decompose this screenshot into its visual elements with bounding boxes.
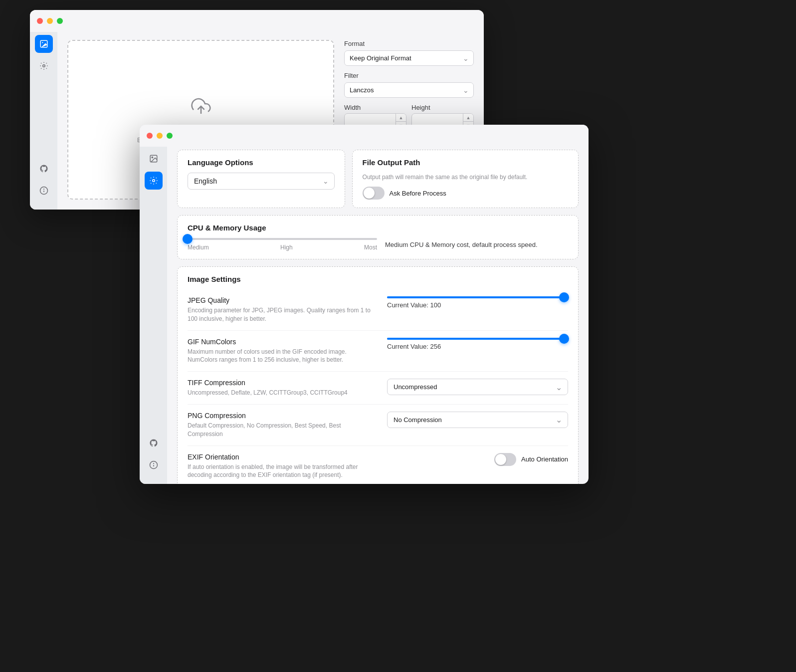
file-output-desc: Output path will remain the same as the … [363, 173, 568, 182]
exif-orientation-name: EXIF Orientation [188, 453, 377, 461]
gif-numcolors-slider-wrapper [387, 338, 568, 340]
filter-field-group: Filter Lanczos Bilinear Bicubic Nearest [344, 72, 474, 98]
sidebar-front [140, 125, 167, 484]
window-front: Language Options English Chinese Simplif… [140, 125, 589, 484]
cpu-section: CPU & Memory Usage Medium High Most Medi… [177, 215, 579, 259]
exif-orientation-toggle[interactable] [494, 453, 516, 466]
file-output-section: File Output Path Output path will remain… [352, 150, 579, 208]
cpu-slider-thumb[interactable] [183, 234, 193, 244]
jpeg-quality-row: JPEG Quality Encoding parameter for JPG,… [188, 289, 568, 331]
exif-toggle-knob [495, 454, 506, 465]
format-field-group: Format Keep Original Format PNG JPG TIFF… [344, 40, 474, 66]
language-title: Language Options [188, 158, 335, 167]
svg-point-9 [152, 180, 155, 182]
exif-toggle-row: Auto Orientation [494, 453, 568, 466]
minimize-button[interactable] [47, 18, 53, 24]
tiff-compression-row: TIFF Compression Uncompressed, Deflate, … [188, 372, 568, 405]
jpeg-quality-slider-wrapper [387, 296, 568, 298]
gif-numcolors-row: GIF NumColors Maximum number of colors u… [188, 331, 568, 372]
jpeg-quality-slider[interactable] [387, 296, 568, 298]
upload-icon [191, 96, 211, 120]
format-select[interactable]: Keep Original Format PNG JPG TIFF WebP [344, 50, 474, 66]
cpu-slider-area: Medium High Most [188, 238, 377, 251]
cpu-slider-labels: Medium High Most [188, 244, 377, 251]
language-file-row: Language Options English Chinese Simplif… [177, 150, 579, 208]
cpu-title: CPU & Memory Usage [188, 224, 568, 232]
png-compression-desc: Default Compression, No Compression, Bes… [188, 422, 377, 439]
settings-content: Language Options English Chinese Simplif… [167, 125, 589, 484]
sidebar-item-settings[interactable] [35, 57, 53, 75]
gif-numcolors-fill [387, 338, 568, 340]
ask-before-process-toggle[interactable] [363, 187, 385, 200]
tiff-select-wrapper: Uncompressed Deflate LZW CCITTGroup3 CCI… [387, 379, 568, 395]
gif-current-value: Current Value: 256 [387, 343, 441, 350]
exif-orientation-control: Auto Orientation [387, 453, 568, 466]
sidebar-back [30, 10, 57, 210]
exif-orientation-label: Auto Orientation [521, 455, 568, 463]
cpu-slider-wrapper: Medium High Most Medium CPU & Memory cos… [188, 238, 568, 251]
filter-select-wrapper: Lanczos Bilinear Bicubic Nearest [344, 82, 474, 98]
gif-numcolors-thumb[interactable] [559, 334, 569, 344]
filter-label: Filter [344, 72, 474, 79]
toggle-knob [364, 188, 375, 199]
github-icon-back[interactable] [35, 160, 53, 178]
gif-numcolors-desc: Maximum number of colors used in the GIF… [188, 348, 377, 365]
maximize-button[interactable] [57, 18, 63, 24]
gif-numcolors-slider[interactable] [387, 338, 568, 340]
tiff-compression-select[interactable]: Uncompressed Deflate LZW CCITTGroup3 CCI… [387, 379, 568, 395]
filter-select[interactable]: Lanczos Bilinear Bicubic Nearest [344, 82, 474, 98]
info-icon-front[interactable] [145, 456, 163, 474]
width-increment[interactable]: ▲ [396, 114, 406, 122]
tiff-compression-name: TIFF Compression [188, 379, 377, 387]
ask-before-process-row: Ask Before Process [363, 187, 568, 200]
gif-numcolors-control: Current Value: 256 [387, 338, 568, 350]
png-compression-info: PNG Compression Default Compression, No … [188, 412, 377, 439]
jpeg-quality-thumb[interactable] [559, 292, 569, 302]
exif-orientation-info: EXIF Orientation If auto orientation is … [188, 453, 377, 480]
png-compression-name: PNG Compression [188, 412, 377, 420]
gif-numcolors-name: GIF NumColors [188, 338, 377, 346]
png-compression-select[interactable]: Default Compression No Compression Best … [387, 412, 568, 428]
jpeg-quality-desc: Encoding parameter for JPG, JPEG images.… [188, 306, 377, 323]
jpeg-quality-name: JPEG Quality [188, 296, 377, 304]
minimize-button-front[interactable] [157, 133, 163, 139]
png-select-wrapper: Default Compression No Compression Best … [387, 412, 568, 428]
titlebar-front [140, 125, 589, 147]
info-icon-back[interactable] [35, 182, 53, 200]
exif-orientation-desc: If auto orientation is enabled, the imag… [188, 463, 377, 480]
png-compression-row: PNG Compression Default Compression, No … [188, 405, 568, 446]
png-compression-control: Default Compression No Compression Best … [387, 412, 568, 428]
sidebar-item-settings-front[interactable] [145, 172, 163, 190]
gif-numcolors-info: GIF NumColors Maximum number of colors u… [188, 338, 377, 365]
maximize-button-front[interactable] [167, 133, 173, 139]
close-button[interactable] [37, 18, 43, 24]
label-most: Most [364, 244, 377, 251]
label-high: High [280, 244, 293, 251]
sidebar-item-image-front[interactable] [145, 150, 163, 168]
cpu-description: Medium CPU & Memory cost, default proces… [385, 241, 568, 248]
height-label: Height [411, 104, 474, 111]
language-select-wrapper: English Chinese Simplified Chinese Tradi… [188, 173, 335, 190]
svg-point-2 [42, 65, 45, 67]
cpu-slider-track[interactable] [188, 238, 377, 240]
language-select[interactable]: English Chinese Simplified Chinese Tradi… [188, 173, 335, 190]
close-button-front[interactable] [147, 133, 153, 139]
jpeg-current-value: Current Value: 100 [387, 301, 441, 309]
jpeg-quality-fill [387, 296, 568, 298]
height-increment[interactable]: ▲ [463, 114, 473, 122]
image-settings-section: Image Settings JPEG Quality Encoding par… [177, 266, 579, 484]
language-section: Language Options English Chinese Simplif… [177, 150, 345, 208]
jpeg-quality-control: Current Value: 100 [387, 296, 568, 309]
tiff-compression-info: TIFF Compression Uncompressed, Deflate, … [188, 379, 377, 397]
ask-before-process-label: Ask Before Process [390, 190, 446, 197]
github-icon-front[interactable] [145, 434, 163, 452]
svg-point-8 [152, 157, 153, 158]
image-settings-title: Image Settings [188, 275, 568, 283]
tiff-compression-control: Uncompressed Deflate LZW CCITTGroup3 CCI… [387, 379, 568, 395]
svg-point-1 [42, 42, 43, 43]
jpeg-quality-info: JPEG Quality Encoding parameter for JPG,… [188, 296, 377, 323]
file-output-title: File Output Path [363, 158, 568, 167]
tiff-compression-desc: Uncompressed, Deflate, LZW, CCITTGroup3,… [188, 389, 377, 397]
sidebar-item-image[interactable] [35, 35, 53, 53]
label-medium: Medium [188, 244, 209, 251]
